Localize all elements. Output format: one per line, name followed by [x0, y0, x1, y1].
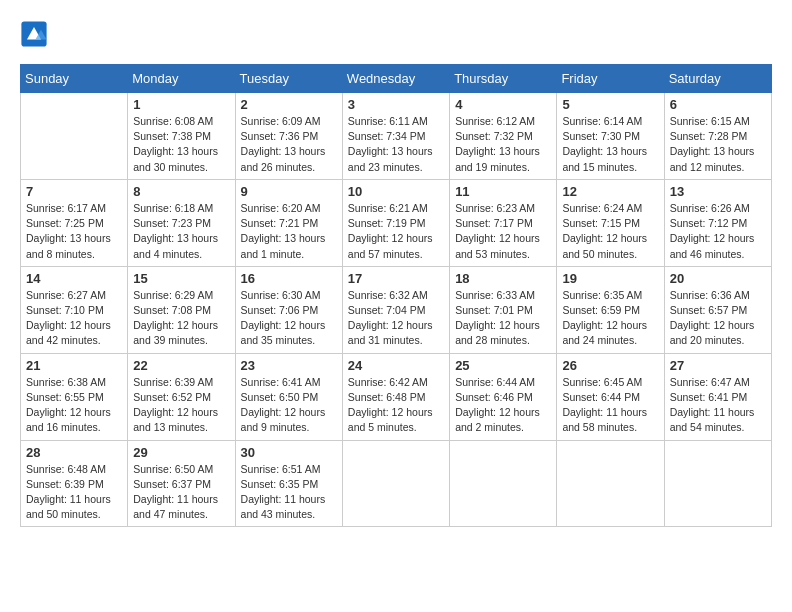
weekday-header: Friday — [557, 65, 664, 93]
day-info: Sunrise: 6:50 AMSunset: 6:37 PMDaylight:… — [133, 462, 229, 523]
day-info: Sunrise: 6:38 AMSunset: 6:55 PMDaylight:… — [26, 375, 122, 436]
calendar-body: 1Sunrise: 6:08 AMSunset: 7:38 PMDaylight… — [21, 93, 772, 527]
calendar-cell — [450, 440, 557, 527]
day-info: Sunrise: 6:41 AMSunset: 6:50 PMDaylight:… — [241, 375, 337, 436]
calendar-week-row: 14Sunrise: 6:27 AMSunset: 7:10 PMDayligh… — [21, 266, 772, 353]
day-number: 30 — [241, 445, 337, 460]
day-info: Sunrise: 6:17 AMSunset: 7:25 PMDaylight:… — [26, 201, 122, 262]
day-number: 18 — [455, 271, 551, 286]
calendar-cell: 22Sunrise: 6:39 AMSunset: 6:52 PMDayligh… — [128, 353, 235, 440]
weekday-header: Saturday — [664, 65, 771, 93]
day-number: 23 — [241, 358, 337, 373]
weekday-header: Monday — [128, 65, 235, 93]
day-info: Sunrise: 6:33 AMSunset: 7:01 PMDaylight:… — [455, 288, 551, 349]
day-number: 19 — [562, 271, 658, 286]
calendar-cell: 29Sunrise: 6:50 AMSunset: 6:37 PMDayligh… — [128, 440, 235, 527]
day-info: Sunrise: 6:44 AMSunset: 6:46 PMDaylight:… — [455, 375, 551, 436]
calendar-cell: 1Sunrise: 6:08 AMSunset: 7:38 PMDaylight… — [128, 93, 235, 180]
day-number: 3 — [348, 97, 444, 112]
calendar-week-row: 1Sunrise: 6:08 AMSunset: 7:38 PMDaylight… — [21, 93, 772, 180]
day-number: 21 — [26, 358, 122, 373]
calendar-cell: 3Sunrise: 6:11 AMSunset: 7:34 PMDaylight… — [342, 93, 449, 180]
day-info: Sunrise: 6:21 AMSunset: 7:19 PMDaylight:… — [348, 201, 444, 262]
day-number: 10 — [348, 184, 444, 199]
calendar-cell: 8Sunrise: 6:18 AMSunset: 7:23 PMDaylight… — [128, 179, 235, 266]
day-info: Sunrise: 6:36 AMSunset: 6:57 PMDaylight:… — [670, 288, 766, 349]
day-number: 15 — [133, 271, 229, 286]
weekday-header: Tuesday — [235, 65, 342, 93]
day-info: Sunrise: 6:29 AMSunset: 7:08 PMDaylight:… — [133, 288, 229, 349]
day-number: 7 — [26, 184, 122, 199]
calendar-cell: 23Sunrise: 6:41 AMSunset: 6:50 PMDayligh… — [235, 353, 342, 440]
calendar-cell: 10Sunrise: 6:21 AMSunset: 7:19 PMDayligh… — [342, 179, 449, 266]
day-number: 8 — [133, 184, 229, 199]
day-info: Sunrise: 6:51 AMSunset: 6:35 PMDaylight:… — [241, 462, 337, 523]
day-number: 17 — [348, 271, 444, 286]
calendar-cell: 2Sunrise: 6:09 AMSunset: 7:36 PMDaylight… — [235, 93, 342, 180]
day-number: 2 — [241, 97, 337, 112]
day-info: Sunrise: 6:47 AMSunset: 6:41 PMDaylight:… — [670, 375, 766, 436]
day-number: 26 — [562, 358, 658, 373]
calendar-cell: 16Sunrise: 6:30 AMSunset: 7:06 PMDayligh… — [235, 266, 342, 353]
day-number: 9 — [241, 184, 337, 199]
day-info: Sunrise: 6:12 AMSunset: 7:32 PMDaylight:… — [455, 114, 551, 175]
day-number: 25 — [455, 358, 551, 373]
day-info: Sunrise: 6:27 AMSunset: 7:10 PMDaylight:… — [26, 288, 122, 349]
day-number: 14 — [26, 271, 122, 286]
calendar-cell: 6Sunrise: 6:15 AMSunset: 7:28 PMDaylight… — [664, 93, 771, 180]
day-info: Sunrise: 6:35 AMSunset: 6:59 PMDaylight:… — [562, 288, 658, 349]
calendar-cell: 21Sunrise: 6:38 AMSunset: 6:55 PMDayligh… — [21, 353, 128, 440]
day-info: Sunrise: 6:45 AMSunset: 6:44 PMDaylight:… — [562, 375, 658, 436]
day-number: 22 — [133, 358, 229, 373]
day-number: 4 — [455, 97, 551, 112]
day-number: 12 — [562, 184, 658, 199]
day-info: Sunrise: 6:14 AMSunset: 7:30 PMDaylight:… — [562, 114, 658, 175]
calendar-week-row: 7Sunrise: 6:17 AMSunset: 7:25 PMDaylight… — [21, 179, 772, 266]
day-number: 5 — [562, 97, 658, 112]
calendar-cell: 25Sunrise: 6:44 AMSunset: 6:46 PMDayligh… — [450, 353, 557, 440]
calendar-cell: 18Sunrise: 6:33 AMSunset: 7:01 PMDayligh… — [450, 266, 557, 353]
day-info: Sunrise: 6:42 AMSunset: 6:48 PMDaylight:… — [348, 375, 444, 436]
day-info: Sunrise: 6:39 AMSunset: 6:52 PMDaylight:… — [133, 375, 229, 436]
day-info: Sunrise: 6:18 AMSunset: 7:23 PMDaylight:… — [133, 201, 229, 262]
day-info: Sunrise: 6:08 AMSunset: 7:38 PMDaylight:… — [133, 114, 229, 175]
calendar-table: SundayMondayTuesdayWednesdayThursdayFrid… — [20, 64, 772, 527]
calendar-cell: 14Sunrise: 6:27 AMSunset: 7:10 PMDayligh… — [21, 266, 128, 353]
day-info: Sunrise: 6:32 AMSunset: 7:04 PMDaylight:… — [348, 288, 444, 349]
calendar-cell: 5Sunrise: 6:14 AMSunset: 7:30 PMDaylight… — [557, 93, 664, 180]
day-number: 29 — [133, 445, 229, 460]
calendar-cell: 9Sunrise: 6:20 AMSunset: 7:21 PMDaylight… — [235, 179, 342, 266]
day-number: 16 — [241, 271, 337, 286]
logo — [20, 20, 52, 48]
day-info: Sunrise: 6:30 AMSunset: 7:06 PMDaylight:… — [241, 288, 337, 349]
day-number: 24 — [348, 358, 444, 373]
calendar-cell — [557, 440, 664, 527]
calendar-week-row: 28Sunrise: 6:48 AMSunset: 6:39 PMDayligh… — [21, 440, 772, 527]
calendar-cell: 13Sunrise: 6:26 AMSunset: 7:12 PMDayligh… — [664, 179, 771, 266]
calendar-cell: 7Sunrise: 6:17 AMSunset: 7:25 PMDaylight… — [21, 179, 128, 266]
day-info: Sunrise: 6:09 AMSunset: 7:36 PMDaylight:… — [241, 114, 337, 175]
day-info: Sunrise: 6:26 AMSunset: 7:12 PMDaylight:… — [670, 201, 766, 262]
day-number: 1 — [133, 97, 229, 112]
calendar-cell: 19Sunrise: 6:35 AMSunset: 6:59 PMDayligh… — [557, 266, 664, 353]
calendar-cell: 17Sunrise: 6:32 AMSunset: 7:04 PMDayligh… — [342, 266, 449, 353]
day-number: 20 — [670, 271, 766, 286]
calendar-cell — [664, 440, 771, 527]
weekday-header: Wednesday — [342, 65, 449, 93]
calendar-cell: 15Sunrise: 6:29 AMSunset: 7:08 PMDayligh… — [128, 266, 235, 353]
calendar-cell: 27Sunrise: 6:47 AMSunset: 6:41 PMDayligh… — [664, 353, 771, 440]
calendar-cell: 28Sunrise: 6:48 AMSunset: 6:39 PMDayligh… — [21, 440, 128, 527]
calendar-cell: 24Sunrise: 6:42 AMSunset: 6:48 PMDayligh… — [342, 353, 449, 440]
day-info: Sunrise: 6:20 AMSunset: 7:21 PMDaylight:… — [241, 201, 337, 262]
calendar-cell: 4Sunrise: 6:12 AMSunset: 7:32 PMDaylight… — [450, 93, 557, 180]
day-info: Sunrise: 6:15 AMSunset: 7:28 PMDaylight:… — [670, 114, 766, 175]
day-number: 11 — [455, 184, 551, 199]
day-info: Sunrise: 6:24 AMSunset: 7:15 PMDaylight:… — [562, 201, 658, 262]
logo-icon — [20, 20, 48, 48]
calendar-cell — [21, 93, 128, 180]
calendar-cell: 11Sunrise: 6:23 AMSunset: 7:17 PMDayligh… — [450, 179, 557, 266]
day-number: 28 — [26, 445, 122, 460]
day-info: Sunrise: 6:11 AMSunset: 7:34 PMDaylight:… — [348, 114, 444, 175]
weekday-header: Sunday — [21, 65, 128, 93]
weekday-row: SundayMondayTuesdayWednesdayThursdayFrid… — [21, 65, 772, 93]
